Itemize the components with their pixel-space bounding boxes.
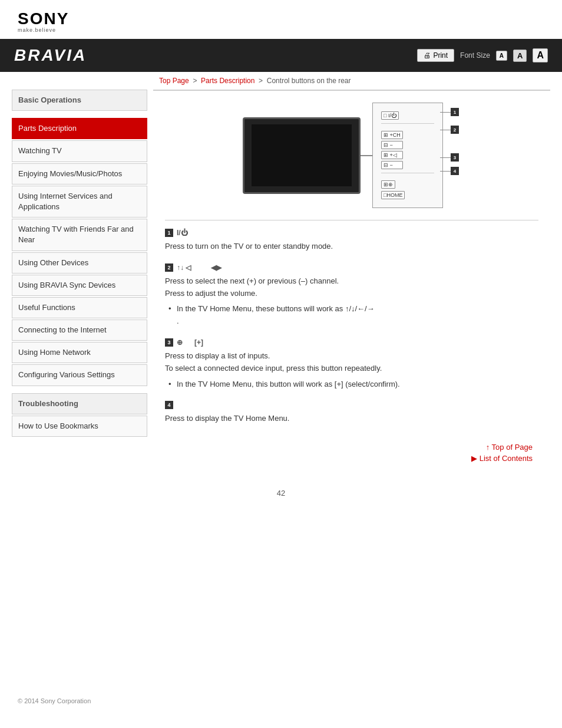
badge-num-2: 2	[451, 126, 459, 134]
copyright-text: © 2014 Sony Corporation	[18, 697, 91, 704]
section-2-title: 2 ↑↓ ◁ ◀▶	[165, 263, 538, 272]
font-size-label: Font Size	[460, 51, 490, 60]
font-large-button[interactable]: A	[533, 48, 548, 62]
section-1-icon: I/⏻	[177, 229, 188, 237]
section-4-num: 4	[165, 401, 173, 409]
badge-num-1: 1	[451, 108, 459, 116]
vol-plus-icon: ⊞ +◁	[381, 151, 403, 159]
font-medium-button[interactable]: A	[513, 50, 527, 62]
sidebar-item-home-network[interactable]: Using Home Network	[12, 342, 147, 363]
badge-num-4: 4	[451, 167, 459, 175]
input-icon: ⊞⊕	[381, 180, 395, 189]
bravia-header-bar: BRAVIA 🖨 Print Font Size A A A	[0, 39, 562, 72]
section-3-body: Press to display a list of inputs. To se…	[165, 350, 538, 390]
sidebar-section-basic-operations: Basic Operations	[12, 90, 147, 111]
list-of-contents-link[interactable]: List of Contents	[165, 454, 533, 463]
sidebar-item-other-devices[interactable]: Using Other Devices	[12, 252, 147, 274]
font-small-button[interactable]: A	[496, 51, 507, 61]
breadcrumb-current: Control buttons on the rear	[267, 77, 351, 85]
section-2-body: Press to select the next (+) or previous…	[165, 275, 538, 328]
header-toolbar: 🖨 Print Font Size A A A	[417, 48, 548, 62]
badge-2-area: 2	[440, 126, 459, 134]
tv-screen	[252, 124, 352, 186]
home-icon: □HOME	[381, 191, 405, 199]
print-icon: 🖨	[424, 51, 431, 60]
section-1-body: Press to turn on the TV or to enter stan…	[165, 241, 538, 253]
vol-minus-icon: ⊟ −	[381, 161, 403, 169]
sidebar-item-connecting-internet[interactable]: Connecting to the Internet	[12, 319, 147, 341]
badge-1-area: 1	[440, 108, 459, 116]
main-layout: Basic Operations Parts Description Watch…	[0, 90, 562, 477]
breadcrumb-top-page[interactable]: Top Page	[159, 77, 189, 85]
section-1-block: 1 I/⏻ Press to turn on the TV or to ente…	[165, 229, 538, 253]
section-2-block: 2 ↑↓ ◁ ◀▶ Press to select the next (+) o…	[165, 263, 538, 328]
sony-logo: SONY make.believe	[18, 11, 69, 33]
breadcrumb-parts-desc[interactable]: Parts Description	[201, 77, 254, 85]
page-number: 42	[0, 489, 562, 498]
ch-vol-buttons: ⊞ +CH ⊟ − ⊞ +◁ ⊟ −	[381, 131, 403, 169]
breadcrumb: Top Page > Parts Description > Control b…	[0, 72, 562, 90]
sidebar-item-watching-tv[interactable]: Watching TV	[12, 140, 147, 162]
section-3-block: 3 ⊕ [+] Press to display a list of input…	[165, 338, 538, 390]
tv-diagram: □ I/⏻ 1 ⊞ +CH ⊟ − ⊞ +◁	[165, 103, 538, 208]
sidebar-section-troubleshooting: Troubleshooting	[12, 393, 147, 414]
section-3-bullet: In the TV Home Menu, this button will wo…	[165, 378, 538, 391]
section-2-bullet: In the TV Home Menu, these buttons will …	[165, 303, 538, 315]
sidebar-item-configuring-settings[interactable]: Configuring Various Settings	[12, 364, 147, 386]
section-3-icon: ⊕ [+]	[177, 338, 203, 347]
badge-3-area: 3	[440, 153, 459, 162]
ctrl-divider-1	[381, 123, 434, 127]
power-button-icon: □ I/⏻	[381, 111, 399, 120]
badge-4-area: 4	[440, 167, 459, 175]
content-area: □ I/⏻ 1 ⊞ +CH ⊟ − ⊞ +◁	[153, 90, 550, 477]
sidebar-item-enjoying-movies[interactable]: Enjoying Movies/Music/Photos	[12, 163, 147, 185]
sidebar-item-bravia-sync[interactable]: Using BRAVIA Sync Devices	[12, 275, 147, 296]
sidebar-item-watching-friends[interactable]: Watching TV with Friends Far and Near	[12, 219, 147, 251]
section-1-num: 1	[165, 229, 173, 237]
section-2-dot: .	[177, 315, 538, 328]
section-3-title: 3 ⊕ [+]	[165, 338, 538, 347]
ctrl-row-2: ⊞ +CH ⊟ − ⊞ +◁ ⊟ − 2	[381, 131, 434, 169]
ch-plus-icon: ⊞ +CH	[381, 131, 403, 139]
ctrl-row-3: ⊞⊕ 3	[381, 180, 434, 189]
footer-links: Top of Page List of Contents	[165, 443, 538, 463]
sidebar-item-useful-functions[interactable]: Useful Functions	[12, 297, 147, 318]
badge-num-3: 3	[451, 153, 459, 162]
section-2-arrows: ↑↓ ◁ ◀▶	[177, 263, 222, 272]
sidebar-item-internet-services[interactable]: Using Internet Services and Applications	[12, 186, 147, 218]
print-button[interactable]: 🖨 Print	[417, 49, 454, 62]
sidebar-item-how-to-use-bookmarks[interactable]: How to Use Bookmarks	[12, 416, 147, 437]
section-1-title: 1 I/⏻	[165, 229, 538, 237]
ctrl-row-4: □HOME 4	[381, 191, 434, 199]
section-divider	[165, 220, 538, 220]
section-4-title: 4	[165, 401, 538, 409]
section-3-num: 3	[165, 338, 173, 347]
sidebar: Basic Operations Parts Description Watch…	[12, 90, 153, 477]
connector-line	[361, 155, 372, 156]
bravia-title: BRAVIA	[14, 46, 87, 65]
ch-minus-icon: ⊟ −	[381, 141, 403, 149]
ctrl-row-1: □ I/⏻ 1	[381, 111, 434, 120]
controls-panel: □ I/⏻ 1 ⊞ +CH ⊟ − ⊞ +◁	[372, 103, 443, 208]
controls-wrapper: □ I/⏻ 1 ⊞ +CH ⊟ − ⊞ +◁	[372, 103, 443, 208]
section-4-body: Press to display the TV Home Menu.	[165, 413, 538, 425]
tv-body-image	[243, 117, 361, 194]
top-of-page-link[interactable]: Top of Page	[165, 443, 533, 452]
sidebar-item-parts-description[interactable]: Parts Description	[12, 118, 147, 139]
section-4-block: 4 Press to display the TV Home Menu.	[165, 401, 538, 425]
section-2-num: 2	[165, 263, 173, 272]
ctrl-divider-2	[381, 173, 434, 177]
